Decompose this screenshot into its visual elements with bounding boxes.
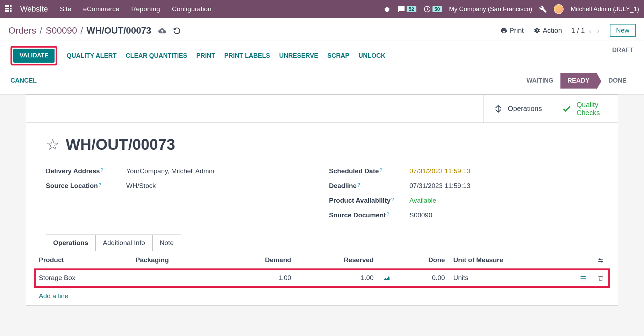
quality-alert-button[interactable]: QUALITY ALERT	[66, 52, 116, 59]
help-icon[interactable]: ?	[387, 211, 389, 217]
avatar[interactable]	[554, 4, 564, 14]
col-product[interactable]: Product	[35, 251, 131, 269]
breadcrumb-bar: Orders / S00090 / WH/OUT/00073 Print Act…	[0, 18, 644, 41]
messages-icon[interactable]: 52	[398, 5, 416, 13]
activities-icon[interactable]: 50	[423, 5, 442, 13]
discard-icon[interactable]	[173, 26, 181, 35]
cell-done[interactable]: 0.00	[395, 269, 449, 287]
operations-stat-label: Operations	[508, 105, 542, 113]
help-icon[interactable]: ?	[380, 167, 382, 173]
menu-reporting[interactable]: Reporting	[131, 5, 160, 13]
svg-rect-6	[581, 276, 586, 277]
scheduled-date-value[interactable]: 07/31/2023 11:59:13	[409, 167, 470, 175]
source-location-label: Source Location	[46, 182, 98, 190]
top-navbar: Website Site eCommerce Reporting Configu…	[0, 0, 644, 18]
action-label: Action	[543, 27, 562, 35]
source-document-label: Source Document	[329, 211, 386, 219]
col-demand[interactable]: Demand	[221, 251, 295, 269]
action-bar: VALIDATE QUALITY ALERT CLEAR QUANTITIES …	[0, 41, 644, 70]
col-packaging[interactable]: Packaging	[131, 251, 221, 269]
company-switcher[interactable]: My Company (San Francisco)	[449, 6, 532, 13]
quality-checks-stat-label: Quality Checks	[577, 101, 608, 117]
form-sheet: Operations Quality Checks ☆ WH/OUT/00073…	[26, 94, 618, 306]
validate-highlight: VALIDATE	[10, 46, 57, 65]
pager-prev-icon[interactable]: ‹	[588, 27, 593, 35]
pager-text[interactable]: 1 / 1	[571, 27, 585, 35]
user-name[interactable]: Mitchell Admin (JULY_1)	[571, 6, 639, 13]
cell-uom[interactable]: Units	[449, 269, 574, 287]
breadcrumb-current: WH/OUT/00073	[87, 25, 151, 36]
delivery-address-label: Delivery Address	[46, 167, 100, 175]
product-availability-value: Available	[409, 197, 436, 204]
col-done[interactable]: Done	[395, 251, 449, 269]
action-dropdown[interactable]: Action	[533, 27, 562, 35]
cell-product[interactable]: Storage Box	[35, 269, 131, 287]
favorite-star-icon[interactable]: ☆	[46, 135, 59, 153]
tab-note[interactable]: Note	[152, 234, 181, 251]
svg-rect-8	[581, 280, 586, 281]
unlock-button[interactable]: UNLOCK	[358, 52, 385, 59]
menu-configuration[interactable]: Configuration	[172, 5, 212, 13]
print-label: Print	[509, 27, 524, 35]
breadcrumb-order[interactable]: S00090	[46, 25, 77, 36]
clear-quantities-button[interactable]: CLEAR QUANTITIES	[126, 52, 187, 59]
brand-label[interactable]: Website	[20, 5, 48, 14]
help-icon[interactable]: ?	[99, 182, 101, 188]
pager: 1 / 1 ‹ ›	[571, 27, 601, 35]
cell-reserved: 1.00	[295, 269, 378, 287]
deadline-value: 07/31/2023 11:59:13	[409, 182, 470, 190]
source-location-value[interactable]: WH/Stock	[126, 182, 156, 190]
tab-operations[interactable]: Operations	[46, 234, 95, 251]
menu-ecommerce[interactable]: eCommerce	[83, 5, 119, 13]
deadline-label: Deadline	[329, 182, 357, 190]
print-action-button[interactable]: PRINT	[196, 52, 215, 59]
col-options-icon[interactable]	[592, 251, 609, 269]
table-row[interactable]: Storage Box 1.00 1.00 0.00 Units	[35, 269, 609, 287]
scrap-button[interactable]: SCRAP	[327, 52, 349, 59]
detail-icon[interactable]	[574, 269, 592, 287]
status-ready[interactable]: READY	[560, 73, 596, 89]
help-icon[interactable]: ?	[357, 182, 360, 188]
pager-next-icon[interactable]: ›	[595, 27, 601, 35]
help-icon[interactable]: ?	[391, 197, 394, 202]
tab-additional-info[interactable]: Additional Info	[95, 234, 152, 251]
col-uom[interactable]: Unit of Measure	[449, 251, 574, 269]
delete-row-icon[interactable]	[592, 269, 609, 287]
svg-rect-7	[581, 278, 586, 279]
add-line-button[interactable]: Add a line	[35, 287, 609, 305]
menu-site[interactable]: Site	[60, 5, 71, 13]
apps-icon[interactable]	[5, 5, 13, 13]
svg-point-4	[599, 259, 600, 260]
source-document-value[interactable]: S00090	[409, 211, 432, 219]
col-detail	[574, 251, 592, 269]
quality-checks-stat-button[interactable]: Quality Checks	[552, 95, 618, 122]
activities-badge: 50	[432, 6, 442, 12]
scheduled-date-label: Scheduled Date	[329, 167, 379, 175]
bug-icon[interactable]	[384, 5, 391, 13]
operations-stat-button[interactable]: Operations	[484, 95, 552, 122]
help-icon[interactable]: ?	[101, 167, 103, 173]
cloud-save-icon[interactable]	[158, 26, 166, 35]
cell-packaging[interactable]	[131, 269, 221, 287]
validate-button[interactable]: VALIDATE	[13, 49, 55, 63]
operations-table: Product Packaging Demand Reserved Done U…	[35, 251, 609, 305]
action-bar-row2: CANCEL WAITING READY DONE	[0, 70, 644, 94]
svg-point-5	[601, 261, 602, 262]
breadcrumb-orders[interactable]: Orders	[8, 25, 36, 36]
new-button[interactable]: New	[610, 24, 636, 37]
forecast-icon[interactable]	[378, 269, 395, 287]
print-button[interactable]: Print	[500, 27, 524, 35]
messages-badge: 52	[407, 6, 416, 12]
tools-icon[interactable]	[539, 5, 547, 13]
status-done[interactable]: DONE	[601, 73, 634, 89]
cancel-button[interactable]: CANCEL	[10, 77, 37, 84]
col-reserved[interactable]: Reserved	[295, 251, 378, 269]
cell-demand[interactable]: 1.00	[221, 269, 295, 287]
record-title: WH/OUT/00073	[66, 136, 175, 153]
status-draft[interactable]: DRAFT	[612, 47, 634, 54]
delivery-address-value[interactable]: YourCompany, Mitchell Admin	[126, 167, 214, 175]
product-availability-label: Product Availability	[329, 197, 391, 204]
print-labels-button[interactable]: PRINT LABELS	[224, 52, 270, 59]
status-waiting[interactable]: WAITING	[520, 73, 560, 89]
unreserve-button[interactable]: UNRESERVE	[279, 52, 319, 59]
